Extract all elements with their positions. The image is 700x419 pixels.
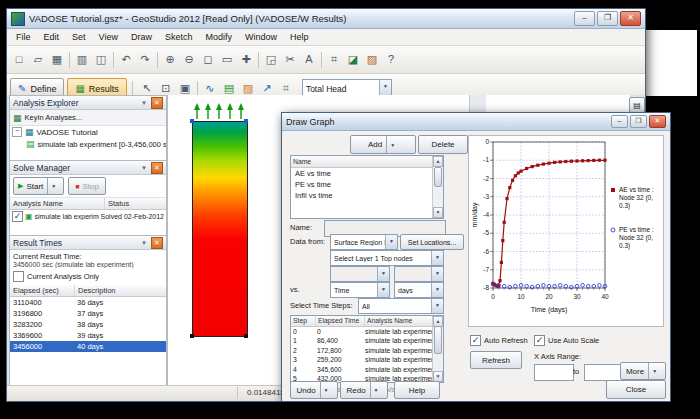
start-button[interactable]: ▶ Start ▼: [13, 177, 64, 195]
steps-table-row[interactable]: 4345,600simulate lab experiment: [291, 365, 433, 374]
help-button[interactable]: Help: [394, 381, 440, 399]
x-range-max-field[interactable]: [584, 364, 624, 381]
zoom-window-icon[interactable]: ◻: [199, 51, 217, 68]
chevron-down-icon[interactable]: ▼: [320, 382, 332, 398]
new-file-icon[interactable]: □: [10, 51, 28, 68]
pin-icon[interactable]: ▾: [139, 98, 149, 108]
node-handle[interactable]: [244, 119, 248, 123]
add-graph-button[interactable]: Add ▼: [350, 135, 416, 154]
close-button[interactable]: ✕: [620, 11, 641, 26]
keyin-analyses-button[interactable]: ▦ KeyIn Analyses...: [10, 110, 166, 126]
menu-set[interactable]: Set: [66, 31, 92, 43]
time-steps-combo[interactable]: All ▼: [358, 298, 444, 314]
redo-icon[interactable]: ↷: [136, 51, 154, 68]
chevron-down-icon[interactable]: ▼: [648, 363, 660, 379]
cut-icon[interactable]: ✂: [281, 51, 299, 68]
set-locations-button[interactable]: Set Locations...: [400, 234, 464, 250]
menu-view[interactable]: View: [93, 31, 124, 43]
chevron-down-icon[interactable]: ▼: [47, 178, 59, 194]
close-button[interactable]: ✕: [649, 115, 666, 128]
spreadsheet-icon[interactable]: ⌗: [325, 51, 343, 68]
menu-window[interactable]: Window: [239, 31, 283, 43]
color-map-icon[interactable]: ▨: [363, 51, 381, 68]
x-parameter-combo[interactable]: Time ▼: [330, 282, 390, 298]
panel-close-icon[interactable]: ✕: [151, 162, 163, 174]
maximize-button[interactable]: ❐: [630, 115, 647, 128]
scroll-thumb[interactable]: [434, 167, 442, 187]
chart-icon[interactable]: ◪: [344, 51, 362, 68]
graph-list-item[interactable]: PE vs time: [291, 179, 443, 190]
chevron-down-icon[interactable]: ▼: [386, 136, 398, 153]
help-icon[interactable]: ?: [382, 51, 400, 68]
solve-grid-row[interactable]: ✓ ▣ simulate lab experiment Solved 02-Fe…: [10, 210, 166, 223]
analysis-explorer-header[interactable]: Analysis Explorer ▾ ✕: [10, 96, 166, 110]
scroll-thumb[interactable]: [434, 326, 442, 354]
save-file-icon[interactable]: ▦: [48, 51, 66, 68]
pin-icon[interactable]: ▾: [139, 163, 149, 173]
graph-listbox[interactable]: Name AE vs timePE vs timeInfil vs time ▲…: [290, 155, 444, 219]
open-file-icon[interactable]: ▱: [29, 51, 47, 68]
steps-scrollbar[interactable]: ▲ ▼: [432, 316, 443, 382]
result-time-row[interactable]: 345600040 days: [10, 341, 166, 352]
steps-table-row[interactable]: 2172,800simulate lab experiment: [291, 346, 433, 355]
stop-button[interactable]: ■ Stop: [68, 177, 106, 195]
steps-table-row[interactable]: 186,400simulate lab experiment: [291, 336, 433, 345]
zoom-out-icon[interactable]: ⊖: [180, 51, 198, 68]
parameter-combo[interactable]: ▼: [330, 266, 390, 282]
close-dialog-button[interactable]: Close: [606, 380, 666, 399]
chevron-down-icon[interactable]: ▼: [370, 382, 382, 398]
menu-help[interactable]: Help: [284, 31, 315, 43]
scroll-up-icon[interactable]: ▲: [433, 156, 443, 167]
graph-list-item[interactable]: AE vs time: [291, 168, 443, 179]
analysis-checkbox[interactable]: ✓: [12, 211, 23, 222]
undo-icon[interactable]: ↶: [117, 51, 135, 68]
menu-file[interactable]: File: [10, 31, 37, 43]
graph-list-item[interactable]: Infil vs time: [291, 190, 443, 201]
maximize-button[interactable]: ❐: [597, 11, 618, 26]
node-handle[interactable]: [190, 119, 194, 123]
result-time-row[interactable]: 328320038 days: [10, 319, 166, 330]
result-time-row[interactable]: 336960039 days: [10, 330, 166, 341]
result-info-pane-button[interactable]: ▤: [629, 97, 645, 113]
sketch-text-icon[interactable]: A: [300, 51, 318, 68]
undo-button[interactable]: Undo ▼: [290, 381, 338, 399]
auto-refresh-checkbox[interactable]: ✓: [470, 335, 481, 346]
x-range-min-field[interactable]: [534, 364, 574, 381]
data-from-combo[interactable]: Surface Region Nodes ▼: [330, 234, 398, 250]
print-icon[interactable]: ▥: [73, 51, 91, 68]
redo-button[interactable]: Redo ▼: [340, 381, 388, 399]
menu-edit[interactable]: Edit: [38, 31, 66, 43]
scroll-down-icon[interactable]: ▼: [433, 207, 443, 218]
result-time-row[interactable]: 311040036 days: [10, 297, 166, 308]
use-auto-scale-checkbox[interactable]: ✓: [534, 335, 545, 346]
solve-manager-header[interactable]: Solve Manager ▾ ✕: [10, 161, 166, 175]
print-preview-icon[interactable]: ◫: [92, 51, 110, 68]
steps-table-row[interactable]: 3259,200simulate lab experiment: [291, 355, 433, 364]
model-column[interactable]: [192, 121, 248, 337]
steps-table-row[interactable]: 00simulate lab experiment: [291, 327, 433, 336]
tree-expander-icon[interactable]: −: [12, 127, 22, 137]
tree-root-item[interactable]: − ▦ VADOSE Tutorial: [10, 126, 166, 138]
layer-nodes-combo[interactable]: Select Layer 1 Top nodes ▼: [330, 250, 444, 266]
result-time-row[interactable]: 319680037 days: [10, 308, 166, 319]
pin-icon[interactable]: ▾: [139, 238, 149, 248]
node-handle[interactable]: [244, 334, 248, 338]
minimize-button[interactable]: –: [611, 115, 628, 128]
title-bar[interactable]: VADOSE Tutorial.gsz* - GeoStudio 2012 [R…: [7, 9, 645, 29]
minimize-button[interactable]: –: [574, 11, 595, 26]
node-handle[interactable]: [190, 334, 194, 338]
pan-icon[interactable]: ✚: [237, 51, 255, 68]
panel-close-icon[interactable]: ✕: [151, 237, 163, 249]
refresh-button[interactable]: Refresh: [470, 351, 522, 369]
panel-close-icon[interactable]: ✕: [151, 97, 163, 109]
steps-table[interactable]: Step Elapsed Time Analysis Name 00simula…: [290, 315, 444, 383]
delete-graph-button[interactable]: Delete: [418, 135, 468, 154]
parameter-units-combo[interactable]: ▼: [394, 266, 444, 282]
menu-sketch[interactable]: Sketch: [159, 31, 199, 43]
list-scrollbar[interactable]: ▲ ▼: [432, 156, 443, 218]
zoom-in-icon[interactable]: ⊕: [161, 51, 179, 68]
copy-icon[interactable]: ◲: [262, 51, 280, 68]
current-analysis-only-checkbox[interactable]: [13, 271, 24, 282]
menu-draw[interactable]: Draw: [125, 31, 158, 43]
dialog-title-bar[interactable]: Draw Graph – ❐ ✕: [282, 113, 670, 131]
